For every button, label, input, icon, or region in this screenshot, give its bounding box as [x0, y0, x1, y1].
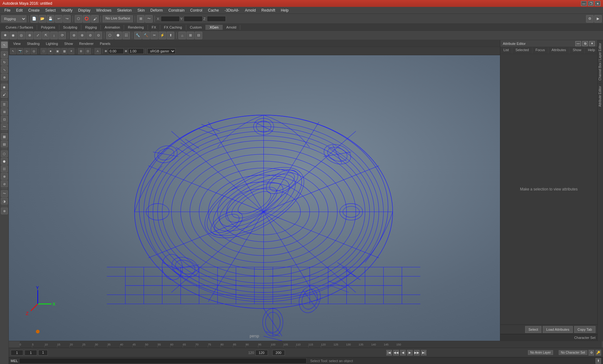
attr-editor-minimize[interactable]: — — [575, 41, 581, 46]
show-manip-btn[interactable]: ☰ — [1, 101, 8, 108]
new-file-icon[interactable]: 📄 — [30, 15, 38, 23]
vp-menu-shading[interactable]: Shading — [24, 41, 42, 46]
menu-skin[interactable]: Skin — [135, 8, 147, 13]
icon-tb-14[interactable]: ⬢ — [114, 32, 122, 39]
menu-redshift[interactable]: Redshift — [259, 8, 278, 13]
side-tab-channel-box[interactable]: Channel Box / Layer Editor — [598, 40, 603, 83]
vp-menu-show[interactable]: Show — [62, 41, 76, 46]
paint-btn[interactable]: 🖌 — [1, 91, 8, 98]
render-icon[interactable]: ▶ — [594, 15, 602, 23]
vp-solid-icon[interactable]: ■ — [47, 48, 54, 54]
mode-dropdown[interactable]: Rigging — [1, 15, 26, 22]
gamma-select[interactable]: sRGB gamma — [147, 48, 176, 54]
vp-menu-lighting[interactable]: Lighting — [43, 41, 61, 46]
icon-tb-3[interactable]: ◎ — [18, 32, 25, 39]
vp-textured-icon[interactable]: ▦ — [61, 48, 68, 54]
vp-isolate-icon[interactable]: ◎ — [31, 48, 37, 54]
icon-tb-19[interactable]: ⚡ — [159, 32, 166, 39]
go-to-end-btn[interactable]: ▶| — [421, 350, 426, 356]
attr-tab-help[interactable]: Help — [585, 47, 599, 54]
icon-tb-17[interactable]: 🔨 — [142, 32, 150, 39]
icon-tb-13[interactable]: ⬡ — [106, 32, 114, 39]
save-file-icon[interactable]: 💾 — [47, 15, 54, 23]
vp-grid-icon[interactable]: ⊞ — [78, 48, 84, 54]
tab-xgen[interactable]: XGen — [206, 25, 222, 30]
vp-hud-icon[interactable]: ⊡ — [85, 48, 91, 54]
play-back-btn[interactable]: ◀ — [400, 350, 406, 356]
icon-tb-1[interactable]: ✱ — [1, 32, 9, 39]
icon-tb-11[interactable]: ⊘ — [86, 32, 94, 39]
icon-tb-23[interactable]: ⊟ — [195, 32, 202, 39]
bind-skin-btn[interactable]: ☷ — [1, 165, 8, 172]
menu-3dto-all[interactable]: -3DtoAll- — [222, 8, 242, 13]
copy-tab-button[interactable]: Copy Tab — [574, 326, 595, 333]
menu-arnold[interactable]: Arnold — [242, 8, 258, 13]
vp-render-icon[interactable]: ▷ — [24, 48, 30, 54]
misc-btn[interactable]: ⊕ — [1, 207, 8, 214]
ipr-btn[interactable]: ▤ — [1, 141, 8, 147]
select-tool-btn[interactable]: ↖ — [1, 41, 8, 48]
menu-skeleton[interactable]: Skeleton — [115, 8, 134, 13]
undo-icon[interactable]: ↩ — [55, 15, 62, 23]
paint-weights-btn[interactable]: ⊗ — [1, 173, 8, 180]
icon-tb-5[interactable]: ⤢ — [34, 32, 41, 39]
render-settings-icon[interactable]: ⚙ — [586, 15, 594, 23]
tab-polygons[interactable]: Polygons — [37, 25, 59, 30]
select-button[interactable]: Select — [525, 326, 542, 333]
attr-editor-float[interactable]: ⧉ — [582, 41, 588, 46]
tab-curves-surfaces[interactable]: Curves / Surfaces — [2, 25, 37, 30]
restore-button[interactable]: ❐ — [588, 1, 594, 6]
menu-control[interactable]: Control — [188, 8, 205, 13]
tab-fx-caching[interactable]: FX Caching — [160, 25, 186, 30]
vp-far-field[interactable]: 1.00 — [128, 48, 144, 54]
select-icon[interactable]: ⬡ — [75, 15, 82, 23]
no-anim-layer-label[interactable]: No Anim Layer — [528, 350, 553, 355]
vp-menu-renderer[interactable]: Renderer — [77, 41, 96, 46]
move-tool-btn[interactable]: ✛ — [1, 51, 8, 58]
viewport-3d[interactable]: X Y Z persp — [9, 55, 500, 341]
menu-create[interactable]: Create — [26, 8, 42, 13]
tab-custom[interactable]: Custom — [186, 25, 206, 30]
no-character-set-label[interactable]: No Character Set — [559, 350, 587, 355]
char-set-key-btn[interactable]: 🔑 — [595, 350, 601, 356]
menu-cache[interactable]: Cache — [205, 8, 221, 13]
frame-current-field[interactable]: 1 — [24, 350, 37, 356]
menu-modify[interactable]: Modify — [59, 8, 75, 13]
snap-curve-icon[interactable]: 〜 — [145, 15, 153, 23]
menu-select[interactable]: Select — [43, 8, 58, 13]
joint-tool-btn[interactable]: ⬡ — [1, 150, 8, 157]
icon-tb-20[interactable]: ⬆ — [167, 32, 174, 39]
menu-file[interactable]: File — [2, 8, 13, 13]
snap-btn[interactable]: ⊞ — [1, 108, 8, 115]
vp-all-lights-icon[interactable]: ☀ — [68, 48, 74, 54]
menu-display[interactable]: Display — [76, 8, 93, 13]
snap-to-curve-btn[interactable]: 〜 — [1, 123, 8, 130]
soft-select-btn[interactable]: ◉ — [1, 83, 8, 90]
attr-tab-selected[interactable]: Selected — [512, 47, 532, 54]
snap-grid-icon[interactable]: ⊞ — [137, 15, 144, 23]
grid-snap-btn[interactable]: ⊡ — [1, 116, 8, 123]
icon-tb-7[interactable]: ↕ — [50, 32, 58, 39]
step-forward-btn[interactable]: ▶▶ — [414, 350, 420, 356]
icon-tb-9[interactable]: ⊛ — [70, 32, 78, 39]
tab-rigging[interactable]: Rigging — [81, 25, 101, 30]
mel-expand-btn[interactable]: ⬆ — [595, 358, 601, 364]
attr-tab-show[interactable]: Show — [569, 47, 585, 54]
tab-sculpting[interactable]: Sculpting — [59, 25, 81, 30]
timeline-ruler[interactable]: 0 5 10 15 20 25 30 35 40 45 50 — [19, 341, 602, 348]
tab-rendering[interactable]: Rendering — [124, 25, 148, 30]
icon-tb-2[interactable]: ◉ — [9, 32, 17, 39]
lasso-icon[interactable]: ⭕ — [83, 15, 90, 23]
go-to-start-btn[interactable]: |◀ — [386, 350, 392, 356]
tab-animation[interactable]: Animation — [101, 25, 124, 30]
icon-tb-21[interactable]: ⌂ — [178, 32, 186, 39]
step-back-btn[interactable]: ◀◀ — [393, 350, 399, 356]
vp-menu-panels[interactable]: Panels — [97, 41, 113, 46]
render-view-btn[interactable]: ▦ — [1, 133, 8, 140]
icon-tb-12[interactable]: ⊙ — [95, 32, 102, 39]
icon-tb-6[interactable]: ⇱ — [42, 32, 50, 39]
vp-shaded-icon[interactable]: ▣ — [54, 48, 61, 54]
close-button[interactable]: ✕ — [595, 1, 600, 6]
ik-handle-btn[interactable]: ⬢ — [1, 158, 8, 165]
icon-tb-10[interactable]: ⊗ — [78, 32, 86, 39]
